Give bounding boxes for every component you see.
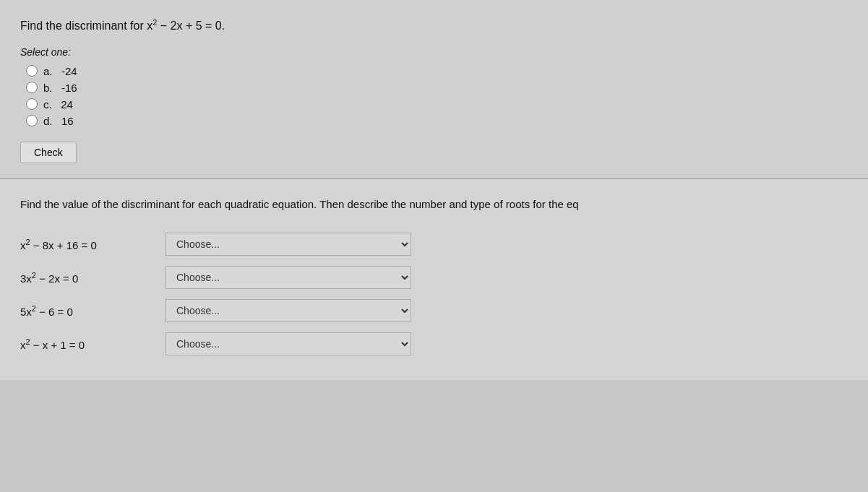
section-discriminant-mcq: Find the discriminant for x2 − 2x + 5 = … <box>0 0 868 179</box>
option-d[interactable]: d. 16 <box>26 115 848 127</box>
equation-label-3: 5x2 − 6 = 0 <box>20 304 154 318</box>
choose-select-2[interactable]: Choose... <box>166 266 411 289</box>
option-c-label: c. 24 <box>43 98 73 111</box>
equation-row-4: x2 − x + 1 = 0 Choose... <box>20 332 848 355</box>
equation-row-2: 3x2 − 2x = 0 Choose... <box>20 266 848 289</box>
option-a-label: a. -24 <box>43 65 77 77</box>
question-title: Find the discriminant for x2 − 2x + 5 = … <box>20 17 848 35</box>
section-discriminant-table: Find the value of the discriminant for e… <box>0 179 868 381</box>
radio-d[interactable] <box>26 115 38 126</box>
equation-label-4: x2 − x + 1 = 0 <box>20 337 154 351</box>
option-d-label: d. 16 <box>43 115 74 127</box>
option-c[interactable]: c. 24 <box>26 98 848 111</box>
radio-a[interactable] <box>26 65 38 77</box>
radio-c[interactable] <box>26 98 38 110</box>
choose-select-1[interactable]: Choose... <box>166 233 411 256</box>
choose-select-4[interactable]: Choose... <box>166 332 411 355</box>
option-b-label: b. -16 <box>43 82 77 94</box>
equation-label-1: x2 − 8x + 16 = 0 <box>20 238 154 251</box>
option-b[interactable]: b. -16 <box>26 82 848 94</box>
check-button[interactable]: Check <box>20 142 77 163</box>
equation-row-1: x2 − 8x + 16 = 0 Choose... <box>20 233 848 256</box>
section-bottom-title: Find the value of the discriminant for e… <box>20 197 848 213</box>
choose-select-3[interactable]: Choose... <box>166 299 411 322</box>
equation-label-2: 3x2 − 2x = 0 <box>20 271 154 285</box>
radio-group: a. -24 b. -16 c. 24 d. 16 <box>26 65 848 127</box>
option-a[interactable]: a. -24 <box>26 65 848 77</box>
equation-row-3: 5x2 − 6 = 0 Choose... <box>20 299 848 322</box>
radio-b[interactable] <box>26 82 38 93</box>
select-one-label: Select one: <box>20 46 848 58</box>
